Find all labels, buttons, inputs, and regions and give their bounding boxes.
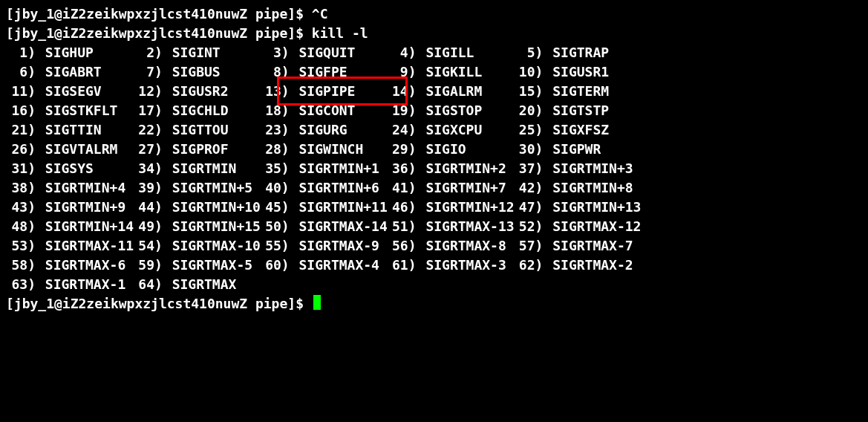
signal-number: 57) — [513, 236, 543, 256]
signal-number: 24) — [387, 120, 417, 140]
signal-number: 53) — [6, 236, 36, 256]
signal-number: 39) — [133, 178, 163, 198]
signal-name: SIGVTALRM — [44, 140, 133, 159]
signal-number: 12) — [133, 82, 163, 101]
signal-name: SIGRTMIN+6 — [298, 178, 387, 198]
signal-row: 1) SIGHUP2) SIGINT3) SIGQUIT4) SIGILL5) … — [6, 43, 862, 62]
prompt-line[interactable]: [jby_1@iZ2zeikwpxzjlcst410nuwZ pipe]$ ki… — [6, 24, 862, 43]
signal-number: 23) — [260, 120, 290, 140]
signal-name: SIGRTMAX-7 — [551, 236, 640, 256]
signal-name: SIGRTMIN+11 — [298, 198, 387, 217]
signal-name: SIGRTMIN+4 — [44, 178, 133, 198]
signal-number: 56) — [387, 236, 417, 256]
signal-name: SIGRTMAX-14 — [298, 217, 387, 236]
signal-name: SIGRTMAX-9 — [298, 236, 387, 256]
signal-number: 35) — [260, 159, 290, 178]
shell-prompt: [jby_1@iZ2zeikwpxzjlcst410nuwZ pipe]$ — [6, 296, 312, 311]
signal-number: 28) — [260, 140, 290, 159]
signal-number: 20) — [513, 101, 543, 120]
signal-number: 59) — [133, 256, 163, 275]
shell-prompt: [jby_1@iZ2zeikwpxzjlcst410nuwZ pipe]$ — [6, 6, 312, 22]
signal-name: SIGSEGV — [44, 82, 133, 101]
signal-number: 40) — [260, 178, 290, 198]
signal-name: SIGUSR1 — [551, 62, 640, 82]
signal-number: 13) — [260, 82, 290, 101]
signal-name: SIGRTMIN+12 — [424, 198, 513, 217]
signal-name: SIGCHLD — [171, 101, 260, 120]
signal-name: SIGSTOP — [424, 101, 513, 120]
signal-name: SIGRTMIN+7 — [424, 178, 513, 198]
signal-number: 25) — [513, 120, 543, 140]
signal-name: SIGRTMIN+10 — [171, 198, 260, 217]
command-text: kill -l — [312, 25, 368, 41]
signal-number: 4) — [387, 43, 417, 62]
signal-name: SIGALRM — [424, 82, 513, 101]
signal-number: 64) — [133, 275, 163, 294]
signal-name: SIGRTMIN+1 — [298, 159, 387, 178]
signal-name: SIGRTMAX-11 — [44, 236, 133, 256]
signal-row: 63) SIGRTMAX-164) SIGRTMAX — [6, 275, 862, 294]
signal-name: SIGSYS — [44, 159, 133, 178]
signal-number: 26) — [6, 140, 36, 159]
signal-number: 42) — [513, 178, 543, 198]
signal-row: 58) SIGRTMAX-659) SIGRTMAX-560) SIGRTMAX… — [6, 256, 862, 275]
signal-number: 19) — [387, 101, 417, 120]
signal-number: 47) — [513, 198, 543, 217]
signal-name: SIGTTIN — [44, 120, 133, 140]
signal-name: SIGWINCH — [298, 140, 387, 159]
signal-name: SIGRTMIN+5 — [171, 178, 260, 198]
signal-name: SIGILL — [424, 43, 513, 62]
signal-name: SIGPWR — [551, 140, 640, 159]
signal-name: SIGRTMIN+8 — [551, 178, 640, 198]
signal-name: SIGINT — [171, 43, 260, 62]
signal-number: 9) — [387, 62, 417, 82]
signal-row: 16) SIGSTKFLT17) SIGCHLD18) SIGCONT19) S… — [6, 101, 862, 120]
signal-row: 31) SIGSYS34) SIGRTMIN35) SIGRTMIN+136) … — [6, 159, 862, 178]
signal-number: 51) — [387, 217, 417, 236]
signal-name: SIGRTMIN+2 — [424, 159, 513, 178]
terminal[interactable]: [jby_1@iZ2zeikwpxzjlcst410nuwZ pipe]$ ^C… — [0, 0, 868, 318]
signal-number: 49) — [133, 217, 163, 236]
signal-row: 43) SIGRTMIN+944) SIGRTMIN+1045) SIGRTMI… — [6, 198, 862, 217]
signal-row: 26) SIGVTALRM27) SIGPROF28) SIGWINCH29) … — [6, 140, 862, 159]
signal-number: 61) — [387, 256, 417, 275]
signal-name: SIGRTMIN+9 — [44, 198, 133, 217]
signal-number: 29) — [387, 140, 417, 159]
signal-number: 60) — [260, 256, 290, 275]
signal-name: SIGRTMAX-2 — [551, 256, 640, 275]
command-text: ^C — [312, 6, 328, 22]
signal-name: SIGXFSZ — [551, 120, 640, 140]
signal-name: SIGRTMIN+15 — [171, 217, 260, 236]
signal-number: 34) — [133, 159, 163, 178]
signal-name: SIGUSR2 — [171, 82, 260, 101]
signal-name: SIGRTMAX-3 — [424, 256, 513, 275]
signal-number: 22) — [133, 120, 163, 140]
signal-number: 50) — [260, 217, 290, 236]
signal-name: SIGXCPU — [424, 120, 513, 140]
signal-name: SIGRTMAX — [171, 275, 260, 294]
signal-name: SIGRTMAX-13 — [424, 217, 513, 236]
signal-number: 62) — [513, 256, 543, 275]
signal-row: 11) SIGSEGV12) SIGUSR213) SIGPIPE14) SIG… — [6, 82, 862, 101]
signal-name: SIGRTMAX-8 — [424, 236, 513, 256]
signal-number: 31) — [6, 159, 36, 178]
signal-number: 5) — [513, 43, 543, 62]
signal-name: SIGTRAP — [551, 43, 640, 62]
signal-number: 55) — [260, 236, 290, 256]
prompt-line[interactable]: [jby_1@iZ2zeikwpxzjlcst410nuwZ pipe]$ — [6, 294, 862, 314]
signal-name: SIGURG — [298, 120, 387, 140]
signal-number: 8) — [260, 62, 290, 82]
signal-name: SIGRTMIN+3 — [551, 159, 640, 178]
signal-name: SIGTTOU — [171, 120, 260, 140]
signal-number: 21) — [6, 120, 36, 140]
signal-number: 37) — [513, 159, 543, 178]
signal-name: SIGTSTP — [551, 101, 640, 120]
signal-number: 54) — [133, 236, 163, 256]
signal-row: 21) SIGTTIN22) SIGTTOU23) SIGURG24) SIGX… — [6, 120, 862, 140]
signal-name: SIGRTMAX-12 — [551, 217, 640, 236]
prompt-line[interactable]: [jby_1@iZ2zeikwpxzjlcst410nuwZ pipe]$ ^C — [6, 4, 862, 24]
signal-name: SIGKILL — [424, 62, 513, 82]
signal-row: 53) SIGRTMAX-1154) SIGRTMAX-1055) SIGRTM… — [6, 236, 862, 256]
signal-number: 7) — [133, 62, 163, 82]
signal-name: SIGHUP — [44, 43, 133, 62]
